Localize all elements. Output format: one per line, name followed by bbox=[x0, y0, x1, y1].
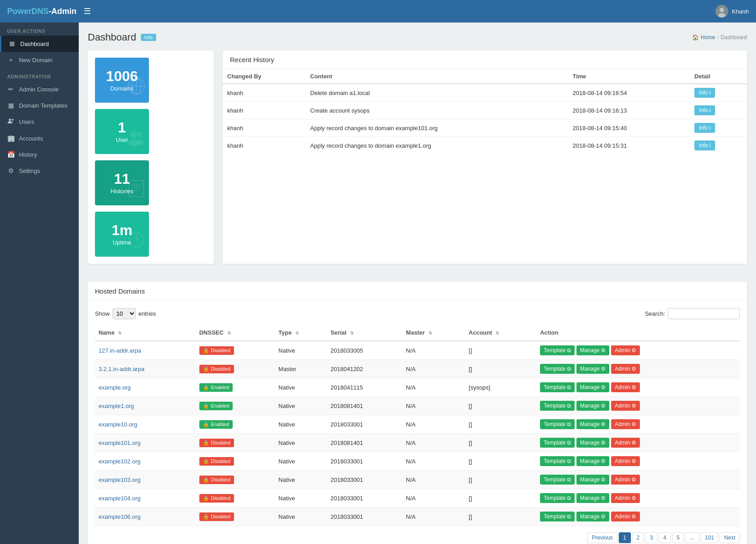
sidebar-item-accounts[interactable]: 🏢 Accounts bbox=[0, 130, 79, 146]
admin-button[interactable]: Admin ⚙ bbox=[611, 438, 640, 448]
domain-link[interactable]: 3.2.1.in-addr.arpa bbox=[99, 366, 144, 372]
admin-button[interactable]: Admin ⚙ bbox=[611, 364, 640, 374]
pagination-page[interactable]: 3 bbox=[645, 532, 657, 543]
template-button[interactable]: Template ⧉ bbox=[540, 456, 575, 466]
domain-link[interactable]: example102.org bbox=[99, 458, 140, 465]
template-button[interactable]: Template ⧉ bbox=[540, 493, 575, 503]
info-button[interactable]: Info i bbox=[694, 105, 715, 115]
avatar bbox=[716, 5, 728, 18]
pagination-page[interactable]: 1 bbox=[619, 532, 631, 543]
action-cell: Template ⧉ Manage ⚙ Admin ⚙ bbox=[536, 452, 740, 471]
content-cell: Apply record changes to domain example1.… bbox=[306, 137, 568, 154]
sidebar-item-settings[interactable]: ⚙ Settings bbox=[0, 163, 79, 179]
type-cell: Native bbox=[275, 434, 327, 452]
sidebar-item-admin-console[interactable]: ✏ Admin Console bbox=[0, 81, 79, 97]
detail-cell: Info i bbox=[690, 102, 747, 119]
svg-point-9 bbox=[130, 131, 137, 138]
manage-button[interactable]: Manage ⚙ bbox=[576, 382, 609, 392]
dnssec-badge: 🔒 Disabled bbox=[199, 346, 234, 355]
template-button[interactable]: Template ⧉ bbox=[540, 419, 575, 429]
sidebar-item-new-domain[interactable]: + New Domain bbox=[0, 52, 79, 68]
pagination-page[interactable]: 4 bbox=[659, 532, 671, 543]
template-button[interactable]: Template ⧉ bbox=[540, 345, 575, 355]
admin-button[interactable]: Admin ⚙ bbox=[611, 512, 640, 521]
stat-card-domains: 1006 Domains bbox=[95, 58, 149, 103]
sidebar-item-users[interactable]: Users bbox=[0, 113, 79, 130]
domain-link[interactable]: example106.org bbox=[99, 513, 140, 520]
manage-button[interactable]: Manage ⚙ bbox=[576, 438, 609, 448]
action-buttons: Template ⧉ Manage ⚙ Admin ⚙ bbox=[540, 438, 736, 448]
pagination-page[interactable]: 101 bbox=[700, 532, 718, 543]
gear-icon: ⚙ bbox=[601, 403, 606, 409]
table-row: example102.org 🔒 Disabled Native 2018033… bbox=[95, 452, 740, 471]
domain-link[interactable]: example.org bbox=[99, 384, 131, 391]
admin-button[interactable]: Admin ⚙ bbox=[611, 345, 640, 355]
manage-button[interactable]: Manage ⚙ bbox=[576, 493, 609, 503]
sidebar-item-history[interactable]: 📅 History bbox=[0, 146, 79, 163]
top-panels: 1006 Domains bbox=[88, 50, 747, 273]
domain-link[interactable]: example104.org bbox=[99, 495, 140, 502]
admin-button[interactable]: Admin ⚙ bbox=[611, 401, 640, 411]
col-dnssec: DNSSEC ⇅ bbox=[196, 325, 275, 341]
domain-link[interactable]: example101.org bbox=[99, 440, 140, 446]
sort-icon: ⇅ bbox=[227, 331, 231, 335]
template-button[interactable]: Template ⧉ bbox=[540, 438, 575, 448]
template-button[interactable]: Template ⧉ bbox=[540, 364, 575, 374]
svg-point-12 bbox=[136, 140, 144, 145]
manage-button[interactable]: Manage ⚙ bbox=[576, 419, 609, 429]
table-row: example.org 🔒 Enabled Native 2018041115 … bbox=[95, 378, 740, 397]
master-cell: N/A bbox=[402, 489, 465, 508]
domain-link[interactable]: 127.in-addr.arpa bbox=[99, 347, 141, 354]
manage-button[interactable]: Manage ⚙ bbox=[576, 401, 609, 411]
action-cell: Template ⧉ Manage ⚙ Admin ⚙ bbox=[536, 471, 740, 489]
settings-icon: ⚙ bbox=[631, 347, 636, 354]
user-icon bbox=[127, 128, 145, 150]
main-content: Dashboard Info 🏠 Home › Dashboard 1006 D… bbox=[79, 23, 756, 544]
manage-button[interactable]: Manage ⚙ bbox=[576, 475, 609, 485]
admin-button[interactable]: Admin ⚙ bbox=[611, 475, 640, 485]
info-button[interactable]: Info i bbox=[694, 141, 715, 150]
template-button[interactable]: Template ⧉ bbox=[540, 401, 575, 411]
admin-button[interactable]: Admin ⚙ bbox=[611, 456, 640, 466]
admin-button[interactable]: Admin ⚙ bbox=[611, 419, 640, 429]
sidebar-toggle[interactable]: ☰ bbox=[84, 6, 91, 16]
dnssec-badge: 🔒 Disabled bbox=[199, 457, 234, 466]
domain-link[interactable]: example1.org bbox=[99, 403, 134, 409]
admin-button[interactable]: Admin ⚙ bbox=[611, 493, 640, 503]
gear-icon: ⚙ bbox=[601, 476, 606, 483]
info-button[interactable]: Info i bbox=[694, 88, 715, 98]
settings-icon: ⚙ bbox=[631, 476, 636, 483]
domain-link[interactable]: example103.org bbox=[99, 476, 140, 483]
manage-button[interactable]: Manage ⚙ bbox=[576, 456, 609, 466]
template-button[interactable]: Template ⧉ bbox=[540, 512, 575, 521]
table-row: example101.org 🔒 Disabled Native 2018081… bbox=[95, 434, 740, 452]
action-cell: Template ⧉ Manage ⚙ Admin ⚙ bbox=[536, 378, 740, 397]
sort-icon: ⇅ bbox=[295, 331, 299, 335]
page-header: Dashboard Info 🏠 Home › Dashboard bbox=[88, 32, 747, 43]
template-button[interactable]: Template ⧉ bbox=[540, 475, 575, 485]
lock-icon: 🔒 bbox=[203, 477, 209, 483]
entries-select[interactable]: 10 25 50 100 bbox=[112, 308, 136, 319]
manage-button[interactable]: Manage ⚙ bbox=[576, 364, 609, 374]
sidebar-item-dashboard[interactable]: ⊞ Dashboard bbox=[0, 36, 79, 52]
domain-link[interactable]: example10.org bbox=[99, 421, 137, 428]
sidebar-item-domain-templates[interactable]: ▦ Domain Templates bbox=[0, 97, 79, 113]
template-button[interactable]: Template ⧉ bbox=[540, 382, 575, 392]
admin-button[interactable]: Admin ⚙ bbox=[611, 382, 640, 392]
time-cell: 2018-08-14 09:15:40 bbox=[568, 119, 690, 137]
breadcrumb-home[interactable]: Home bbox=[701, 34, 715, 41]
dnssec-cell: 🔒 Disabled bbox=[196, 434, 275, 452]
sidebar-section-admin: ADMINISTRATION bbox=[0, 68, 79, 81]
info-button[interactable]: Info i bbox=[694, 123, 715, 133]
pagination-page[interactable]: 2 bbox=[632, 532, 644, 543]
table-row: example10.org 🔒 Enabled Native 201803300… bbox=[95, 415, 740, 434]
pagination-page[interactable]: 5 bbox=[672, 532, 684, 543]
sidebar: USER ACTIONS ⊞ Dashboard + New Domain AD… bbox=[0, 23, 79, 544]
pagination-next[interactable]: Next bbox=[720, 532, 740, 543]
manage-button[interactable]: Manage ⚙ bbox=[576, 512, 609, 521]
domain-name-cell: 3.2.1.in-addr.arpa bbox=[95, 360, 196, 378]
user-menu[interactable]: Khanh bbox=[716, 5, 749, 18]
manage-button[interactable]: Manage ⚙ bbox=[576, 345, 609, 355]
pagination-previous[interactable]: Previous bbox=[587, 532, 617, 543]
search-input[interactable] bbox=[668, 308, 740, 319]
